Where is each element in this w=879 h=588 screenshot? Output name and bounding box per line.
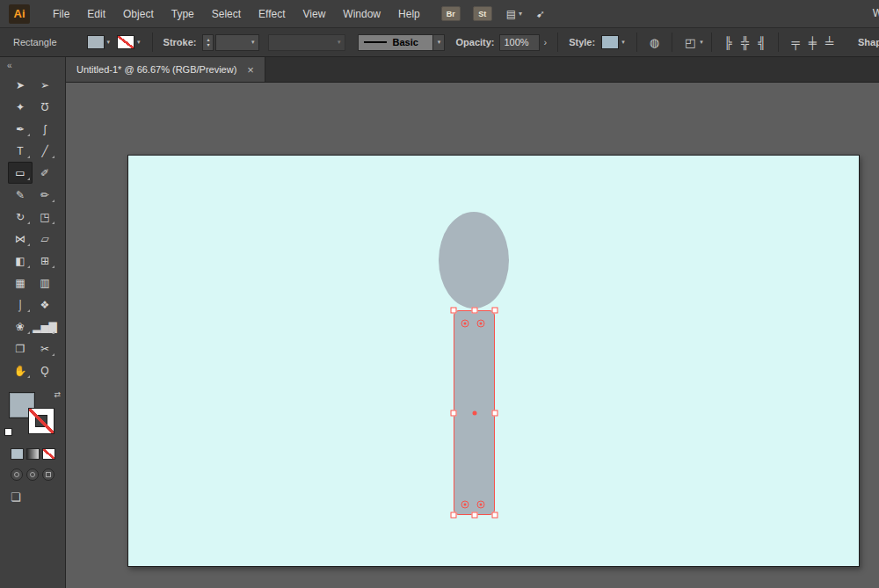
artboard[interactable]: [127, 155, 860, 567]
mesh-tool[interactable]: ▦: [8, 272, 33, 294]
align-horizontal-left-icon[interactable]: ╠: [724, 36, 732, 49]
default-fill-stroke-icon[interactable]: [4, 428, 12, 436]
free-transform-tool[interactable]: ▱: [33, 228, 57, 250]
rotate-tool[interactable]: ↻: [8, 206, 33, 228]
perspective-grid-tool[interactable]: ⊞: [33, 250, 57, 272]
document-tab[interactable]: Untitled-1* @ 66.67% (RGB/Preview) ×: [66, 57, 265, 82]
style-dropdown[interactable]: ▾: [601, 35, 625, 49]
menu-window[interactable]: Window: [334, 8, 389, 20]
draw-inside-mode-button[interactable]: [42, 468, 54, 481]
selection-handle-middle-left[interactable]: [451, 410, 457, 416]
gpu-performance-icon[interactable]: ➹: [536, 8, 545, 20]
eyedropper-tool[interactable]: ⌡: [8, 294, 33, 316]
illustrator-logo[interactable]: Ai: [9, 4, 30, 24]
rectangle-tool[interactable]: ▭: [8, 162, 33, 184]
artboard-tool[interactable]: ❐: [8, 338, 33, 359]
magic-wand-tool[interactable]: ✦: [8, 96, 33, 118]
direct-selection-tool[interactable]: ➢: [33, 74, 57, 96]
menu-file[interactable]: File: [44, 8, 78, 20]
draw-behind-mode-button[interactable]: [26, 468, 39, 481]
chevron-down-icon: ▾: [107, 39, 111, 46]
ellipse-object[interactable]: [439, 212, 509, 309]
symbol-sprayer-tool[interactable]: ❀: [8, 316, 33, 338]
menu-object[interactable]: Object: [114, 8, 163, 20]
recolor-artwork-icon[interactable]: ◍: [650, 36, 659, 49]
selection-handle-bottom-center[interactable]: [471, 512, 477, 519]
menu-bar: Ai File Edit Object Type Select Effect V…: [0, 0, 879, 28]
swap-fill-stroke-icon[interactable]: ⇄: [54, 390, 61, 399]
shaper-tool[interactable]: ✎: [8, 184, 33, 206]
zoom-tool[interactable]: Ǫ: [33, 359, 57, 381]
opacity-panel-arrow[interactable]: ›: [544, 37, 548, 47]
align-vertical-top-icon[interactable]: ╤: [791, 36, 799, 49]
gradient-tool[interactable]: ▥: [33, 272, 57, 294]
selection-handle-bottom-left[interactable]: [451, 512, 457, 519]
stroke-weight-stepper[interactable]: ▴ ▾: [202, 34, 214, 51]
chevron-down-icon[interactable]: ▾: [700, 39, 703, 46]
close-icon[interactable]: ×: [247, 63, 254, 76]
paintbrush-tool[interactable]: ✐: [33, 162, 57, 184]
fill-swatch[interactable]: [87, 35, 105, 49]
align-vertical-bottom-icon[interactable]: ╧: [825, 36, 833, 49]
live-corner-widget[interactable]: [477, 320, 485, 328]
stroke-weight-field[interactable]: ▾: [215, 34, 259, 51]
menu-select[interactable]: Select: [203, 8, 250, 20]
select-similar-icon[interactable]: ◰: [685, 36, 695, 49]
shape-label: Shape: [858, 37, 879, 47]
menu-help[interactable]: Help: [389, 8, 429, 20]
live-corner-widget[interactable]: [461, 320, 469, 328]
selection-handle-top-center[interactable]: [471, 308, 477, 314]
bridge-button[interactable]: Br: [441, 6, 461, 21]
selection-handle-top-right[interactable]: [492, 308, 498, 314]
stroke-color-swatch[interactable]: [28, 408, 54, 434]
stroke-color-dropdown[interactable]: ▾: [117, 35, 141, 49]
selection-handle-middle-right[interactable]: [492, 410, 498, 416]
none-button[interactable]: [42, 448, 55, 460]
selection-handle-top-left[interactable]: [451, 308, 457, 314]
canvas[interactable]: [66, 83, 879, 588]
center-point[interactable]: [472, 410, 476, 415]
slice-tool[interactable]: ✂: [33, 338, 57, 359]
chevron-down-icon[interactable]: ▾: [519, 10, 522, 18]
lasso-tool[interactable]: Ʊ: [33, 96, 57, 118]
stepper-down-icon[interactable]: ▾: [207, 42, 209, 47]
pencil-tool[interactable]: ✏: [33, 184, 57, 206]
align-vertical-center-icon[interactable]: ╪: [809, 36, 817, 49]
brush-definition-dropdown[interactable]: Basic: [358, 34, 433, 51]
menu-type[interactable]: Type: [163, 8, 203, 20]
menu-effect[interactable]: Effect: [250, 8, 294, 20]
blend-tool[interactable]: ❖: [33, 294, 57, 316]
curvature-tool[interactable]: ʃ: [33, 118, 57, 140]
width-tool[interactable]: ⋈: [8, 228, 33, 250]
screen-mode-icon[interactable]: ❏: [11, 490, 21, 504]
live-corner-widget[interactable]: [477, 501, 485, 509]
column-graph-tool[interactable]: ▂▅▇: [33, 316, 57, 338]
selected-rectangle-object[interactable]: [454, 310, 495, 515]
draw-normal-mode-button[interactable]: [11, 468, 23, 481]
color-button[interactable]: [11, 448, 24, 460]
style-swatch[interactable]: [601, 35, 619, 49]
hand-tool[interactable]: ✋: [8, 359, 33, 381]
opacity-field[interactable]: 100%: [499, 34, 540, 51]
fill-color-dropdown[interactable]: ▾: [87, 35, 111, 49]
pen-tool[interactable]: ✒: [8, 118, 33, 140]
stroke-none-swatch[interactable]: [117, 35, 134, 49]
live-corner-widget[interactable]: [461, 501, 469, 509]
align-horizontal-right-icon[interactable]: ╣: [758, 36, 766, 49]
shape-builder-tool[interactable]: ◧: [8, 250, 33, 272]
workspace-switcher-partial[interactable]: W: [873, 7, 879, 19]
gradient-button[interactable]: [26, 448, 40, 460]
type-tool[interactable]: T: [8, 140, 33, 162]
line-segment-tool[interactable]: ╱: [33, 140, 57, 162]
menu-edit[interactable]: Edit: [78, 8, 114, 20]
stock-button[interactable]: St: [473, 6, 492, 21]
arrange-documents-icon[interactable]: ▤: [506, 8, 516, 20]
selection-tool[interactable]: ➤: [8, 74, 33, 96]
scale-tool[interactable]: ◳: [33, 206, 57, 228]
collapse-panel-icon[interactable]: «: [0, 57, 19, 72]
menu-view[interactable]: View: [294, 8, 335, 20]
selection-handle-bottom-right[interactable]: [492, 512, 498, 519]
align-horizontal-center-icon[interactable]: ╬: [741, 36, 749, 49]
brush-dropdown-button[interactable]: ▾: [433, 34, 445, 51]
width-profile-dropdown[interactable]: ▾: [268, 34, 345, 51]
